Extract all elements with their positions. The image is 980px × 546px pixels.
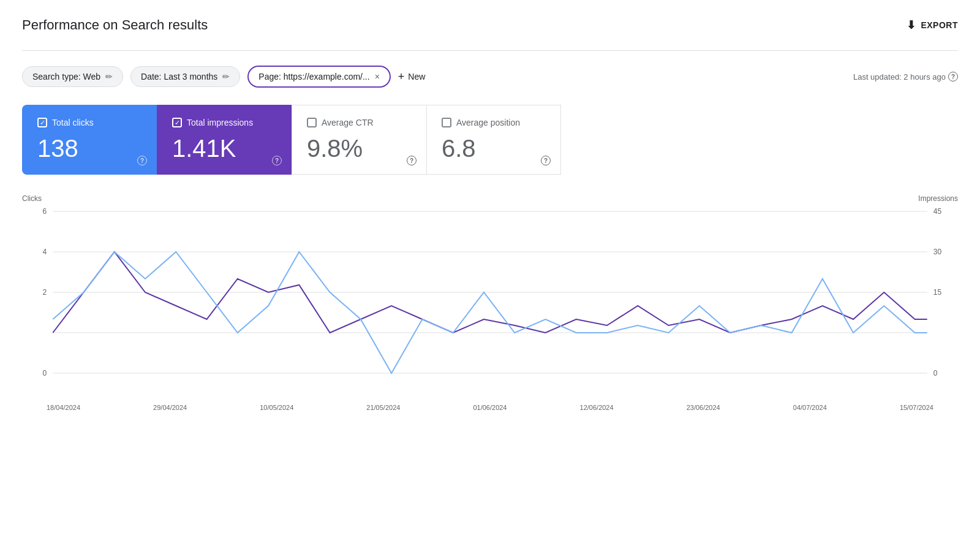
svg-text:0: 0	[43, 369, 47, 377]
header-divider	[22, 50, 958, 51]
metric-label-row-position: Average position	[442, 118, 546, 127]
metric-checkbox-impressions[interactable]: ✓	[172, 118, 182, 127]
metric-checkbox-ctr[interactable]	[307, 118, 317, 127]
metric-label-row-clicks: ✓ Total clicks	[37, 118, 142, 127]
y-left-label: Clicks	[22, 194, 42, 203]
svg-text:15: 15	[933, 288, 942, 297]
search-type-edit-icon[interactable]: ✏	[105, 72, 113, 82]
x-label-3: 21/05/2024	[366, 404, 400, 411]
page-title: Performance on Search results	[22, 17, 208, 33]
x-label-8: 15/07/2024	[900, 404, 933, 411]
x-axis-labels: 18/04/2024 29/04/2024 10/05/2024 21/05/2…	[22, 404, 958, 411]
metric-label-ctr: Average CTR	[322, 118, 374, 127]
x-label-2: 10/05/2024	[260, 404, 293, 411]
metric-checkbox-clicks[interactable]: ✓	[37, 118, 47, 127]
last-updated-text: Last updated: 2 hours ago	[853, 72, 946, 82]
impressions-help-icon[interactable]: ?	[272, 156, 282, 165]
plus-icon: +	[398, 70, 405, 83]
x-label-4: 01/06/2024	[473, 404, 507, 411]
filter-row: Search type: Web ✏ Date: Last 3 months ✏…	[22, 66, 958, 88]
metric-label-impressions: Total impressions	[187, 118, 253, 127]
metric-card-clicks[interactable]: ✓ Total clicks 138 ?	[22, 105, 157, 175]
chart-section: Clicks Impressions 6 4 2 0 45 30 15	[22, 175, 958, 411]
chart-svg: 6 4 2 0 45 30 15 0	[22, 205, 958, 401]
export-button[interactable]: ⬇ EXPORT	[907, 18, 958, 32]
clicks-help-icon[interactable]: ?	[137, 156, 147, 165]
metric-card-ctr[interactable]: Average CTR 9.8% ?	[292, 105, 426, 175]
export-label: EXPORT	[921, 20, 958, 30]
metric-label-clicks: Total clicks	[52, 118, 94, 127]
page-filter-close-icon[interactable]: ×	[375, 72, 380, 82]
metric-value-clicks: 138	[37, 135, 142, 162]
new-filter-button[interactable]: + New	[398, 70, 426, 83]
new-filter-label: New	[408, 72, 425, 82]
x-label-6: 23/06/2024	[687, 404, 720, 411]
date-edit-icon[interactable]: ✏	[222, 72, 230, 82]
metric-label-row-impressions: ✓ Total impressions	[172, 118, 277, 127]
metric-label-position: Average position	[456, 118, 520, 127]
position-help-icon[interactable]: ?	[541, 156, 551, 165]
metric-card-impressions[interactable]: ✓ Total impressions 1.41K ?	[157, 105, 292, 175]
clicks-line	[53, 252, 927, 373]
last-updated: Last updated: 2 hours ago ?	[853, 72, 958, 82]
metrics-row: ✓ Total clicks 138 ? ✓ Total impressions…	[22, 105, 958, 175]
y-right-label: Impressions	[918, 194, 958, 203]
search-type-label: Search type: Web	[32, 72, 100, 82]
metric-card-position[interactable]: Average position 6.8 ?	[426, 105, 561, 175]
x-label-5: 12/06/2024	[580, 404, 614, 411]
search-type-filter[interactable]: Search type: Web ✏	[22, 66, 123, 87]
x-label-1: 29/04/2024	[153, 404, 187, 411]
header-row: Performance on Search results ⬇ EXPORT	[22, 17, 958, 33]
svg-text:0: 0	[933, 369, 938, 377]
svg-text:4: 4	[43, 248, 47, 256]
date-label: Date: Last 3 months	[141, 72, 217, 82]
export-icon: ⬇	[907, 18, 916, 32]
metric-value-ctr: 9.8%	[307, 135, 412, 162]
page-filter-label: Page: https://example.com/...	[258, 72, 369, 82]
x-label-7: 04/07/2024	[793, 404, 827, 411]
metric-value-position: 6.8	[442, 135, 546, 162]
metric-value-impressions: 1.41K	[172, 135, 277, 162]
svg-text:45: 45	[933, 207, 942, 216]
ctr-help-icon[interactable]: ?	[407, 156, 417, 165]
x-label-0: 18/04/2024	[47, 404, 80, 411]
svg-text:30: 30	[933, 248, 942, 256]
last-updated-help-icon[interactable]: ?	[948, 72, 958, 82]
chart-area: 6 4 2 0 45 30 15 0	[22, 205, 958, 401]
date-filter[interactable]: Date: Last 3 months ✏	[130, 66, 240, 87]
svg-text:2: 2	[43, 288, 47, 297]
page-filter[interactable]: Page: https://example.com/... ×	[247, 66, 391, 88]
svg-text:6: 6	[43, 207, 47, 216]
metric-label-row-ctr: Average CTR	[307, 118, 412, 127]
metric-checkbox-position[interactable]	[442, 118, 451, 127]
page-container: Performance on Search results ⬇ EXPORT S…	[0, 0, 980, 546]
